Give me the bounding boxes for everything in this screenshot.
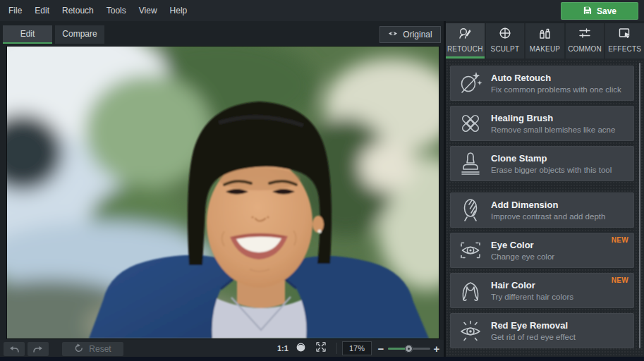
menu-edit[interactable]: Edit	[35, 6, 49, 16]
undo-icon	[8, 343, 20, 355]
original-label: Original	[403, 30, 432, 39]
tab-sculpt-label: SCULPT	[491, 45, 520, 53]
tool-red-eye-removal[interactable]: Red Eye Removal Get rid of red eye effec…	[450, 313, 634, 348]
clone-stamp-icon	[450, 151, 491, 176]
portrait-photo	[7, 47, 439, 338]
tool-text: Hair Color Try different hair colors	[491, 280, 573, 301]
tab-makeup[interactable]: MAKEUP	[525, 23, 564, 59]
tool-title: Add Dimension	[491, 200, 605, 210]
eye-color-icon	[450, 238, 491, 263]
tool-text: Clone Stamp Erase bigger objects with th…	[491, 153, 612, 174]
tool-title: Eye Color	[491, 240, 554, 250]
reset-icon	[74, 343, 83, 355]
panel-tabs: RETOUCH SCULPT	[446, 23, 644, 59]
retouch-face-pen-icon	[458, 27, 472, 42]
panel-scrollbar[interactable]	[639, 63, 640, 348]
tab-compare[interactable]: Compare	[55, 25, 104, 44]
tool-desc: Erase bigger objects with this tool	[491, 166, 612, 174]
statusbar-divider	[336, 343, 337, 354]
makeup-cosmetics-icon	[538, 27, 551, 42]
window-bottom-strip	[0, 357, 644, 361]
eye-icon	[388, 30, 398, 39]
auto-retouch-icon	[450, 71, 491, 96]
red-eye-removal-icon	[450, 318, 491, 343]
reset-button[interactable]: Reset	[62, 342, 123, 356]
fit-to-face-button[interactable]	[294, 343, 307, 354]
new-badge: NEW	[612, 236, 628, 244]
tool-desc: Improve contrast and add depth	[491, 212, 605, 221]
zoom-out-button[interactable]: −	[376, 340, 386, 357]
tab-edit-label: Edit	[20, 29, 35, 39]
tab-makeup-label: MAKEUP	[530, 45, 560, 53]
new-badge: NEW	[612, 276, 628, 284]
tool-text: Auto Retouch Fix common problems with on…	[491, 73, 621, 94]
menu-retouch[interactable]: Retouch	[62, 6, 94, 16]
zoom-slider-handle[interactable]	[405, 345, 413, 353]
save-floppy-icon	[583, 6, 592, 17]
menu-help[interactable]: Help	[170, 6, 188, 16]
menu-file[interactable]: File	[8, 6, 22, 16]
tool-text: Eye Color Change eye color	[491, 240, 554, 261]
tab-compare-label: Compare	[62, 29, 97, 39]
tool-list-divider	[450, 186, 634, 187]
tool-title: Clone Stamp	[491, 153, 612, 164]
view-bar: Edit Compare Original	[0, 21, 444, 47]
photo-editor-window: File Edit Retouch Tools View Help Save E…	[0, 0, 644, 361]
zoom-in-button[interactable]: +	[432, 340, 442, 357]
hair-color-icon	[450, 278, 491, 303]
save-button[interactable]: Save	[561, 2, 638, 20]
tab-sculpt[interactable]: SCULPT	[486, 23, 525, 59]
undo-button[interactable]	[4, 342, 25, 356]
redo-button[interactable]	[28, 342, 49, 356]
tool-clone-stamp[interactable]: Clone Stamp Erase bigger objects with th…	[450, 146, 634, 181]
tool-hair-color[interactable]: Hair Color Try different hair colors NEW	[450, 273, 634, 308]
zoom-level-field[interactable]: 17%	[342, 341, 372, 355]
expand-icon	[316, 342, 326, 355]
tool-text: Red Eye Removal Get rid of red eye effec…	[491, 320, 576, 341]
add-dimension-icon	[450, 197, 491, 223]
tool-desc: Remove small blemishes like acne	[491, 126, 615, 134]
tool-auto-retouch[interactable]: Auto Retouch Fix common problems with on…	[450, 66, 634, 101]
save-label: Save	[597, 6, 616, 16]
tool-healing-brush[interactable]: Healing Brush Remove small blemishes lik…	[450, 106, 634, 141]
status-bar: Reset 1:1 17% −	[0, 340, 444, 357]
tool-desc: Change eye color	[491, 252, 554, 261]
tab-effects-label: EFFECTS	[608, 45, 641, 53]
tool-title: Healing Brush	[491, 113, 615, 123]
tab-common[interactable]: COMMON	[566, 23, 604, 59]
reset-label: Reset	[89, 344, 111, 354]
menubar: File Edit Retouch Tools View Help	[0, 0, 644, 21]
menu-tools[interactable]: Tools	[107, 6, 126, 16]
tool-desc: Try different hair colors	[491, 293, 573, 301]
tool-eye-color[interactable]: Eye Color Change eye color NEW	[450, 233, 634, 268]
effects-frame-cursor-icon	[618, 27, 631, 42]
common-sliders-icon	[578, 27, 591, 42]
tab-effects[interactable]: EFFECTS	[605, 23, 644, 59]
tool-text: Add Dimension Improve contrast and add d…	[491, 200, 605, 221]
tab-edit[interactable]: Edit	[3, 25, 52, 44]
tool-title: Auto Retouch	[491, 73, 621, 83]
face-icon	[296, 342, 305, 355]
tab-common-label: COMMON	[568, 45, 602, 53]
tool-text: Healing Brush Remove small blemishes lik…	[491, 113, 615, 134]
photo-canvas[interactable]	[7, 47, 439, 338]
zoom-one-to-one[interactable]: 1:1	[277, 340, 288, 357]
original-preview-button[interactable]: Original	[379, 26, 441, 43]
side-panel: RETOUCH SCULPT	[446, 23, 644, 357]
redo-icon	[32, 343, 44, 355]
tool-list: Auto Retouch Fix common problems with on…	[446, 60, 644, 357]
tool-desc: Fix common problems with one click	[491, 85, 621, 94]
tool-add-dimension[interactable]: Add Dimension Improve contrast and add d…	[450, 192, 634, 228]
zoom-slider[interactable]	[388, 348, 430, 350]
zoom-level-value: 17%	[349, 344, 365, 353]
sculpt-target-icon	[499, 27, 511, 42]
tool-desc: Get rid of red eye effect	[491, 333, 576, 341]
healing-brush-icon	[450, 111, 491, 136]
tool-title: Hair Color	[491, 280, 573, 290]
tool-title: Red Eye Removal	[491, 320, 576, 331]
fit-to-screen-button[interactable]	[315, 343, 327, 354]
tab-retouch-label: RETOUCH	[447, 45, 483, 53]
menu-view[interactable]: View	[139, 6, 157, 16]
tab-retouch[interactable]: RETOUCH	[446, 23, 485, 59]
